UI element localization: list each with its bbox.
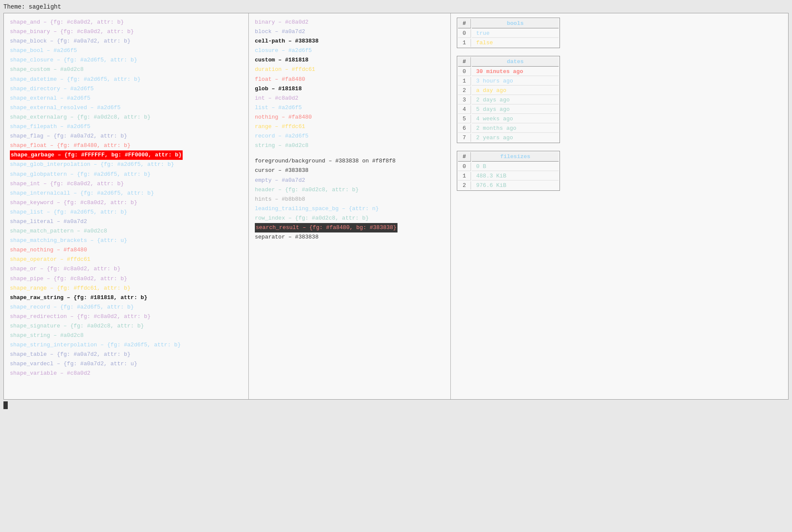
table-header-label: filesizes bbox=[472, 152, 559, 162]
mid-item-bold: cell-path – #383838 bbox=[255, 38, 318, 44]
table-header-label: bools bbox=[472, 19, 559, 28]
item-text: shape_binary – {fg: #c8a0d2, attr: b} bbox=[10, 28, 134, 35]
item-text: shape_record – {fg: #a2d6f5, attr: b} bbox=[10, 304, 134, 310]
item-text: shape_string_interpolation – {fg: #a2d6f… bbox=[10, 342, 181, 348]
left-item: shape_list – {fg: #a2d6f5, attr: b} bbox=[10, 208, 242, 217]
left-item: shape_signature – {fg: #a0d2c8, attr: b} bbox=[10, 321, 242, 331]
table-row: 32 days ago bbox=[458, 96, 559, 104]
item-text: shape_datetime – {fg: #a2d6f5, attr: b} bbox=[10, 76, 141, 83]
table-header-hash: # bbox=[458, 152, 471, 162]
mid-item-text: range – #ffdc61 bbox=[255, 123, 305, 130]
mid-item-text: binary – #c8a0d2 bbox=[255, 19, 309, 25]
mid-item: duration – #ffdc61 bbox=[255, 65, 444, 74]
mid-item-text: int – #c8a0d2 bbox=[255, 95, 298, 101]
mid-item: binary – #c8a0d2 bbox=[255, 18, 444, 27]
item-text: shape_external_resolved – #a2d6f5 bbox=[10, 104, 120, 111]
mid-item: nothing – #fa8480 bbox=[255, 113, 444, 122]
item-text: shape_block – {fg: #a0a7d2, attr: b} bbox=[10, 38, 131, 44]
left-item: shape_binary – {fg: #c8a0d2, attr: b} bbox=[10, 27, 242, 37]
item-text: shape_directory – #a2d6f5 bbox=[10, 86, 94, 92]
left-item: shape_raw_string – {fg: #181818, attr: b… bbox=[10, 293, 242, 303]
mid-item-bold: custom – #181818 bbox=[255, 57, 309, 63]
mid-item-bold: glob – #181818 bbox=[255, 86, 302, 92]
item-text: shape_or – {fg: #c8a0d2, attr: b} bbox=[10, 266, 120, 272]
item-text: shape_table – {fg: #a0a7d2, attr: b} bbox=[10, 351, 131, 358]
row-number: 4 bbox=[458, 105, 471, 114]
mid-item: custom – #181818 bbox=[255, 55, 444, 65]
row-value: false bbox=[472, 39, 559, 47]
mid-item: record – #a2d6f5 bbox=[255, 131, 444, 141]
item-text: shape_int – {fg: #c8a0d2, attr: b} bbox=[10, 180, 124, 187]
row-number: 1 bbox=[458, 172, 471, 180]
mid-item-text: duration – #ffdc61 bbox=[255, 66, 315, 73]
mid-bottom-item: header – {fg: #a0d2c8, attr: b} bbox=[255, 185, 444, 195]
mid-item: cell-path – #383838 bbox=[255, 37, 444, 46]
table-row: 030 minutes ago bbox=[458, 67, 559, 76]
mid-bottom-item: separator – #383838 bbox=[255, 232, 444, 242]
item-text: shape_keyword – {fg: #c8a0d2, attr: b} bbox=[10, 199, 137, 206]
item-text: shape_operator – #ffdc61 bbox=[10, 256, 90, 263]
mid-bottom-text: row_index – {fg: #a0d2c8, attr: b} bbox=[255, 215, 369, 221]
left-column: shape_and – {fg: #c8a0d2, attr: b}shape_… bbox=[4, 13, 249, 399]
left-item: shape_and – {fg: #c8a0d2, attr: b} bbox=[10, 18, 242, 27]
table-row: 1false bbox=[458, 39, 559, 47]
right-table-filesizes: #filesizes00 B1488.3 KiB2976.6 KiB bbox=[457, 151, 560, 191]
highlight-red-item: shape_garbage – {fg: #FFFFFF, bg: #FF000… bbox=[10, 150, 183, 160]
left-item: shape_flag – {fg: #a0a7d2, attr: b} bbox=[10, 131, 242, 141]
table-row: 2a day ago bbox=[458, 86, 559, 95]
left-item: shape_internalcall – {fg: #a2d6f5, attr:… bbox=[10, 189, 242, 198]
left-item: shape_float – {fg: #fa8480, attr: b} bbox=[10, 141, 242, 150]
table-row: 54 weeks ago bbox=[458, 115, 559, 123]
row-value: 30 minutes ago bbox=[472, 67, 559, 76]
left-item: shape_directory – #a2d6f5 bbox=[10, 84, 242, 94]
left-item: shape_string_interpolation – {fg: #a2d6f… bbox=[10, 340, 242, 350]
row-value: 4 weeks ago bbox=[472, 115, 559, 123]
mid-bottom-text: empty – #a0a7d2 bbox=[255, 177, 305, 183]
left-item: shape_operator – #ffdc61 bbox=[10, 255, 242, 264]
mid-item: block – #a0a7d2 bbox=[255, 27, 444, 37]
item-text: shape_and – {fg: #c8a0d2, attr: b} bbox=[10, 19, 124, 25]
theme-label: Theme: sagelight bbox=[3, 3, 789, 10]
left-item: shape_vardecl – {fg: #a0a7d2, attr: u} bbox=[10, 359, 242, 369]
item-text: shape_float – {fg: #fa8480, attr: b} bbox=[10, 142, 131, 149]
row-number: 2 bbox=[458, 181, 471, 190]
item-text: shape_matching_brackets – {attr: u} bbox=[10, 237, 127, 244]
left-item: shape_block – {fg: #a0a7d2, attr: b} bbox=[10, 37, 242, 46]
mid-bottom-item: foreground/background – #383838 on #f8f8… bbox=[255, 156, 444, 166]
bold-item: shape_raw_string – {fg: #181818, attr: b… bbox=[10, 294, 147, 301]
mid-item: string – #a0d2c8 bbox=[255, 141, 444, 150]
mid-column: binary – #c8a0d2block – #a0a7d2cell-path… bbox=[249, 13, 451, 399]
item-text: shape_bool – #a2d6f5 bbox=[10, 47, 77, 54]
highlight-dark-item: search_result – {fg: #fa8480, bg: #38383… bbox=[255, 223, 398, 232]
item-text: shape_internalcall – {fg: #a2d6f5, attr:… bbox=[10, 190, 154, 196]
mid-item-text: closure – #a2d6f5 bbox=[255, 47, 312, 54]
mid-black-item: foreground/background – #383838 on #f8f8… bbox=[255, 158, 396, 164]
item-text: shape_literal – #a0a7d2 bbox=[10, 218, 87, 225]
table-row: 00 B bbox=[458, 162, 559, 171]
mid-item-text: block – #a0a7d2 bbox=[255, 28, 305, 35]
mid-item-text: nothing – #fa8480 bbox=[255, 114, 312, 120]
item-text: shape_custom – #a0d2c8 bbox=[10, 66, 84, 73]
left-item: shape_match_pattern – #a0d2c8 bbox=[10, 226, 242, 236]
row-value: 488.3 KiB bbox=[472, 172, 559, 180]
row-number: 1 bbox=[458, 39, 471, 47]
mid-bottom-item: search_result – {fg: #fa8480, bg: #38383… bbox=[255, 223, 444, 232]
item-text: shape_pipe – {fg: #c8a0d2, attr: b} bbox=[10, 275, 127, 282]
item-text: shape_variable – #c8a0d2 bbox=[10, 370, 90, 376]
item-text: shape_list – {fg: #a2d6f5, attr: b} bbox=[10, 209, 127, 215]
mid-bottom-text: hints – #b8b8b8 bbox=[255, 196, 305, 202]
row-number: 5 bbox=[458, 115, 471, 123]
left-item: shape_globpattern – {fg: #a2d6f5, attr: … bbox=[10, 170, 242, 179]
left-item: shape_bool – #a2d6f5 bbox=[10, 46, 242, 55]
right-column: #bools0true1false#dates030 minutes ago13… bbox=[451, 13, 788, 399]
left-item: shape_nothing – #fa8480 bbox=[10, 245, 242, 255]
left-item: shape_filepath – #a2d6f5 bbox=[10, 122, 242, 131]
left-item: shape_custom – #a0d2c8 bbox=[10, 65, 242, 74]
row-value: true bbox=[472, 29, 559, 38]
row-value: 976.6 KiB bbox=[472, 181, 559, 190]
left-item: shape_redirection – {fg: #c8a0d2, attr: … bbox=[10, 312, 242, 321]
main-container: shape_and – {fg: #c8a0d2, attr: b}shape_… bbox=[3, 13, 789, 400]
item-text: shape_signature – {fg: #a0d2c8, attr: b} bbox=[10, 323, 144, 329]
table-header-hash: # bbox=[458, 57, 471, 67]
row-number: 2 bbox=[458, 86, 471, 95]
